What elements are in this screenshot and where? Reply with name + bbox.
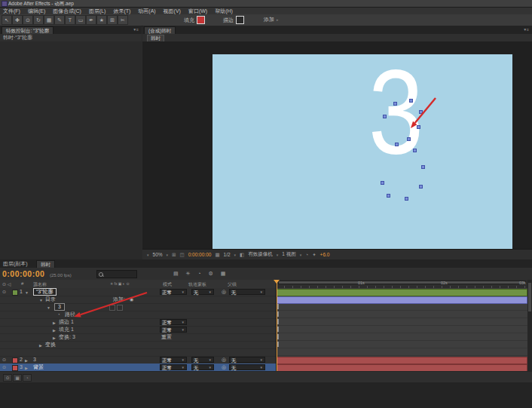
parent-select[interactable]: 无▼	[229, 289, 265, 295]
layer-name[interactable]: “3”轮廓	[33, 288, 57, 296]
parent-select[interactable]: 无▼	[229, 357, 265, 363]
path-vertex[interactable]	[405, 197, 408, 201]
menu-view[interactable]: 视图(V)	[161, 8, 184, 14]
blend-mode-select[interactable]: 正常▼	[160, 289, 187, 295]
stroke-blend-select[interactable]: 正常▼	[160, 319, 187, 325]
zoom-level[interactable]: 50%	[153, 252, 163, 257]
panel-menu-icon[interactable]: ▼≡	[133, 27, 139, 32]
add-label[interactable]: 添加	[264, 16, 274, 23]
scrollbar-thumb[interactable]	[528, 283, 531, 311]
graph-icon[interactable]: ◔	[23, 374, 32, 382]
label-chip[interactable]	[12, 365, 18, 371]
menu-effect[interactable]: 效果(T)	[110, 8, 133, 14]
track-area[interactable]	[277, 288, 527, 371]
twirl-icon[interactable]: ▼	[25, 290, 29, 296]
snapshot-icon[interactable]: ◫	[180, 252, 185, 258]
blend-mode-select[interactable]: 正常▼	[160, 364, 187, 370]
type-tool-icon[interactable]: T	[65, 15, 75, 25]
group-name[interactable]: 描边 1	[59, 319, 74, 325]
zoom-dropdown-icon[interactable]: ▾	[167, 253, 169, 257]
property-name[interactable]: 路径	[65, 311, 75, 318]
eye-icon[interactable]: ⊙	[2, 289, 6, 295]
hand-tool-icon[interactable]: ✚	[12, 15, 23, 25]
exposure-value[interactable]: +6.0	[320, 252, 330, 257]
search-box[interactable]	[96, 270, 137, 278]
panel-menu-icon[interactable]: ▼≡	[523, 27, 529, 32]
twirl-icon[interactable]: ▼	[47, 305, 50, 311]
scissors-tool-icon[interactable]: ✂	[118, 15, 128, 25]
track-matte-select[interactable]: 无▼	[191, 357, 214, 363]
stopwatch-icon[interactable]: ◔	[57, 311, 60, 318]
view-layout-select[interactable]: 1 视图	[282, 251, 295, 258]
camera-chevron-icon[interactable]: ▾	[277, 253, 279, 257]
twirl-icon[interactable]: ▶	[39, 342, 42, 348]
timeline-view-icons[interactable]: ▤ ✳ ◔ ⚙ ▦	[173, 271, 228, 277]
twirl-icon[interactable]: ▶	[53, 327, 56, 333]
path-vertex[interactable]	[393, 102, 397, 106]
path-vertex[interactable]	[419, 110, 423, 114]
stroke-color-swatch[interactable]	[236, 16, 244, 24]
composition-canvas[interactable]: 3	[212, 54, 512, 249]
menu-window[interactable]: 窗口(W)	[185, 8, 210, 14]
path-vertex[interactable]	[417, 125, 420, 129]
group-name[interactable]: 3	[54, 303, 65, 311]
label-chip[interactable]	[12, 290, 18, 296]
add-property-icon[interactable]: ◉	[130, 296, 133, 302]
path-vertex[interactable]	[419, 185, 423, 189]
shape-tool-icon[interactable]: ▭	[75, 15, 86, 25]
parent-pickwhip-icon[interactable]: ◎	[222, 364, 226, 370]
expand-icon[interactable]: ⊙	[3, 374, 12, 382]
blend-mode-select[interactable]: 正常▼	[160, 357, 187, 363]
zoom-tool-icon[interactable]: ⊙	[23, 15, 33, 25]
eye-icon[interactable]: ⊙	[2, 357, 6, 363]
path-vertex[interactable]	[383, 115, 387, 118]
zoom-chevron-icon[interactable]: ▾	[147, 253, 149, 257]
menu-edit[interactable]: 编辑(E)	[25, 8, 48, 14]
twirl-icon[interactable]: ▶	[53, 335, 56, 341]
parent-pickwhip-icon[interactable]: ◎	[222, 357, 226, 363]
pen-tool-icon[interactable]: ✒	[86, 15, 96, 25]
pixel-aspect-icon[interactable]: ◔	[305, 252, 308, 257]
source-column-header[interactable]: 源名称	[33, 281, 47, 288]
work-area-bar[interactable]	[278, 281, 526, 284]
parent-pickwhip-icon[interactable]: ◎	[222, 289, 226, 295]
twirl-icon[interactable]: ▶	[25, 365, 28, 371]
group-switch-box[interactable]	[109, 305, 115, 311]
path-vertex[interactable]	[413, 149, 417, 152]
path-vertex[interactable]	[395, 143, 399, 146]
roi-icon[interactable]: ◧	[240, 252, 244, 258]
rotate-tool-icon[interactable]: ↻	[33, 15, 44, 25]
twirl-icon[interactable]: ▼	[39, 297, 43, 303]
group-name[interactable]: 填充 1	[59, 327, 74, 333]
selection-tool-icon[interactable]: ↖	[2, 15, 12, 25]
group-name[interactable]: 目录	[45, 296, 56, 302]
group-name[interactable]: 变换	[45, 342, 56, 348]
path-vertex[interactable]	[407, 137, 411, 141]
path-vertex[interactable]	[387, 194, 390, 198]
matte-column-header[interactable]: 轨道蒙板	[188, 281, 206, 288]
digit-3-shape[interactable]: 3	[368, 51, 423, 172]
comp-timecode[interactable]: 0:00:00:00	[188, 252, 212, 257]
group-name[interactable]: 变换: 3	[59, 334, 75, 340]
add-property-label[interactable]: 添加:	[113, 296, 125, 302]
menu-composition[interactable]: 图像合成(C)	[50, 8, 84, 14]
menu-help[interactable]: 帮助(H)	[212, 8, 236, 14]
menu-animation[interactable]: 动画(A)	[135, 8, 158, 14]
pan-behind-tool-icon[interactable]: ✎	[54, 15, 65, 25]
fill-blend-select[interactable]: 正常▼	[160, 327, 187, 333]
track-matte-select[interactable]: 无▼	[191, 289, 214, 295]
reset-link[interactable]: 重置	[161, 334, 172, 340]
layer-duration-bar-red[interactable]	[277, 357, 527, 364]
eye-icon[interactable]: ⊙	[2, 364, 6, 370]
camera-tool-icon[interactable]: ▦	[44, 15, 54, 25]
label-chip[interactable]	[12, 357, 18, 364]
layer-duration-bar-green[interactable]	[277, 289, 527, 296]
menu-file[interactable]: 文件(F)	[0, 8, 23, 14]
parent-select[interactable]: 无▼	[229, 364, 265, 370]
resolution-chevron-icon[interactable]: ▾	[234, 253, 237, 257]
active-camera-select[interactable]: 有效摄像机	[248, 251, 273, 258]
switches-icon[interactable]: ▦	[13, 374, 22, 382]
star-tool-icon[interactable]: ★	[96, 15, 107, 25]
safe-margins-icon[interactable]: ⊞	[172, 252, 176, 258]
add-chevron-icon[interactable]: ▸	[277, 17, 279, 22]
